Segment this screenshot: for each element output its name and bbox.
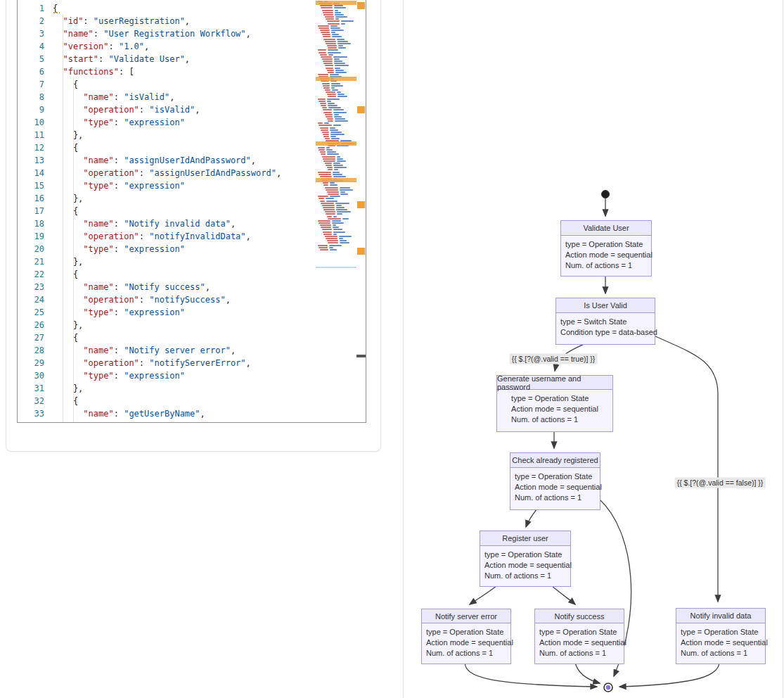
- edge-isvalid-false-to-invaliddata: [654, 336, 718, 602]
- state-node-title: Check already registered: [510, 453, 600, 468]
- state-node-properties: type = Operation StateAction mode = sequ…: [535, 627, 631, 659]
- state-node-properties: type = Switch StateCondition type = data…: [556, 317, 662, 338]
- state-node-notify-server-error: Notify server errortype = Operation Stat…: [421, 609, 511, 664]
- state-node-properties: type = Operation StateAction mode = sequ…: [510, 471, 606, 503]
- state-node-is-user-valid: Is User Validtype = Switch StateConditio…: [555, 298, 655, 345]
- state-node-title: Notify invalid data: [676, 609, 765, 623]
- edge-label-valid-true: {{ $.[?(@.valid == true)] }}: [510, 354, 598, 364]
- edge-label-valid-false: {{ $.[?(@.valid == false)] }}: [675, 478, 766, 488]
- workflow-diagram-canvas[interactable]: Validate Usertype = Operation StateActio…: [0, 0, 784, 698]
- state-node-notify-success: Notify successtype = Operation StateActi…: [534, 609, 624, 664]
- edge-invaliddata-to-end: [619, 663, 719, 687]
- state-node-properties: type = Operation StateAction mode = sequ…: [561, 239, 657, 271]
- end-node-inner-dot: [606, 685, 610, 690]
- edge-success-to-end: [575, 663, 600, 683]
- state-node-title: Validate User: [561, 221, 651, 236]
- state-node-title: Is User Valid: [556, 298, 655, 313]
- edge-register-to-servererror: [470, 585, 497, 604]
- state-node-title: Notify success: [535, 609, 624, 623]
- state-node-validate-user: Validate Usertype = Operation StateActio…: [560, 220, 652, 277]
- state-node-notify-invalid-data: Notify invalid datatype = Operation Stat…: [676, 608, 766, 664]
- state-node-title: Notify server error: [422, 609, 510, 623]
- state-node-title: Generate username and password: [497, 376, 612, 390]
- state-node-properties: type = Operation StateAction mode = sequ…: [676, 627, 772, 659]
- state-node-properties: type = Operation StateAction mode = sequ…: [422, 627, 518, 659]
- diagram-edges: [0, 0, 784, 698]
- state-node-register-user: Register usertype = Operation StateActio…: [480, 531, 571, 587]
- state-node-properties: type = Operation StateAction mode = sequ…: [507, 393, 603, 425]
- edge-servererror-to-end: [465, 663, 597, 687]
- state-node-title: Register user: [480, 531, 570, 546]
- edge-register-to-success: [551, 585, 575, 604]
- start-node: [602, 191, 610, 198]
- state-node-generate-username-and-password: Generate username and passwordtype = Ope…: [496, 375, 613, 432]
- edge-check-to-register: [526, 509, 537, 527]
- state-node-properties: type = Operation StateAction mode = sequ…: [480, 550, 576, 581]
- state-node-check-already-registered: Check already registeredtype = Operation…: [510, 452, 600, 510]
